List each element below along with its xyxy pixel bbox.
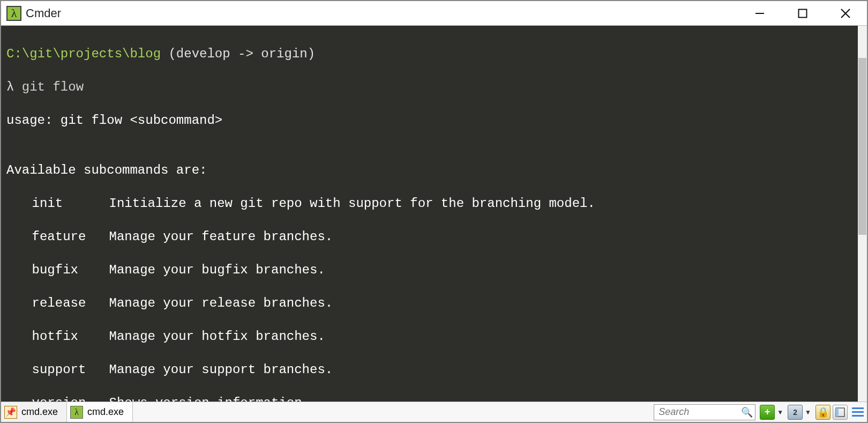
subcommand-row: versionShows version information.	[6, 395, 852, 402]
usage-line: usage: git flow <subcommand>	[6, 112, 852, 129]
console-tab[interactable]: λ cmd.exe	[67, 402, 133, 422]
maximize-button[interactable]	[781, 1, 824, 25]
available-header: Available subcommands are:	[6, 162, 852, 179]
svg-rect-1	[799, 9, 807, 17]
scrollbar-thumb[interactable]	[858, 58, 866, 235]
new-console-button[interactable]: +	[760, 405, 775, 420]
tab-label: cmd.exe	[87, 406, 124, 418]
terminal-output[interactable]: C:\git\projects\blog (develop -> origin)…	[1, 26, 858, 402]
console-list-dropdown[interactable]: ▼	[805, 409, 811, 416]
vertical-scrollbar[interactable]	[858, 26, 867, 402]
subcommand-row: initInitialize a new git repo with suppo…	[6, 195, 852, 212]
app-icon: λ	[6, 6, 21, 21]
maximize-icon	[798, 9, 807, 18]
app-title: Cmder	[26, 6, 61, 20]
entered-command: git flow	[22, 80, 84, 94]
main-menu-button[interactable]	[852, 407, 864, 417]
lambda-tab-icon: λ	[70, 406, 83, 419]
svg-rect-5	[836, 408, 839, 417]
plus-icon: +	[765, 406, 770, 418]
search-input[interactable]	[654, 404, 755, 420]
prompt-branch: (develop -> origin)	[168, 47, 315, 61]
prompt-symbol: λ	[6, 80, 14, 94]
status-bar: 📌 cmd.exe λ cmd.exe 🔍 + ▼ 2 ▼ 🔒	[1, 402, 867, 422]
search-icon: 🔍	[741, 406, 753, 418]
search-box[interactable]: 🔍	[654, 404, 755, 420]
subcommand-row: releaseManage your release branches.	[6, 295, 852, 311]
tab-label: cmd.exe	[21, 406, 58, 418]
subcommand-row: featureManage your feature branches.	[6, 228, 852, 245]
window-titlebar: λ Cmder	[1, 1, 867, 26]
console-count-button[interactable]: 2	[788, 405, 803, 420]
pinned-tab-icon: 📌	[4, 406, 17, 419]
console-tab[interactable]: 📌 cmd.exe	[1, 402, 67, 422]
lock-button[interactable]: 🔒	[815, 405, 830, 420]
new-console-dropdown[interactable]: ▼	[777, 409, 783, 416]
prompt-path: C:\git\projects\blog	[6, 47, 161, 61]
window-icon	[835, 407, 845, 417]
subcommand-row: hotfixManage your hotfix branches.	[6, 328, 852, 345]
lock-icon: 🔒	[817, 406, 829, 418]
minimize-button[interactable]	[738, 1, 781, 25]
hamburger-icon	[852, 407, 864, 409]
close-button[interactable]	[824, 1, 867, 25]
subcommand-row: supportManage your support branches.	[6, 361, 852, 378]
subcommand-row: bugfixManage your bugfix branches.	[6, 262, 852, 278]
close-icon	[840, 8, 851, 19]
console-count-label: 2	[793, 408, 797, 417]
window-controls	[738, 1, 867, 25]
show-toolbar-button[interactable]	[833, 405, 848, 420]
minimize-icon	[755, 9, 765, 18]
